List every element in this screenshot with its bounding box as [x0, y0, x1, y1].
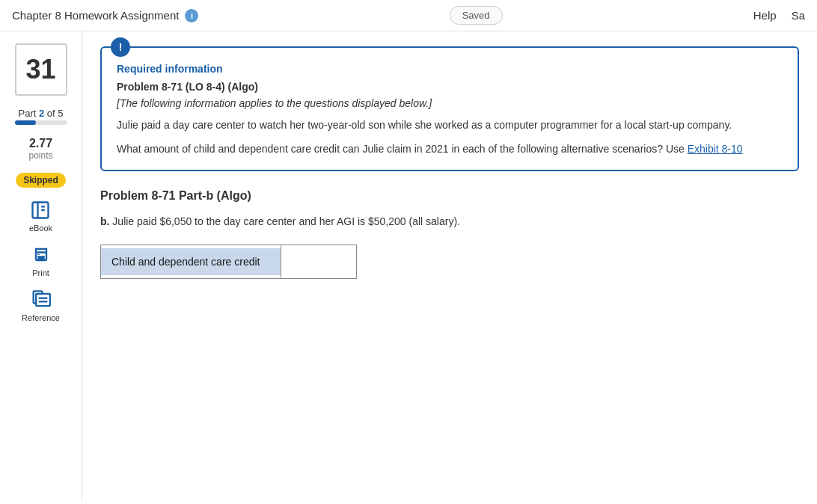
- answer-table: Child and dependent care credit: [100, 245, 357, 279]
- problem-body: Julie paid a day care center to watch he…: [117, 117, 783, 133]
- print-label: Print: [32, 268, 49, 277]
- svg-rect-6: [37, 254, 39, 255]
- points-value: 2.77: [28, 137, 52, 150]
- sidebar: 31 Part 2 of 5 2.77 points Skipped eBook: [0, 31, 82, 502]
- svg-rect-8: [37, 294, 51, 306]
- reference-button[interactable]: Reference: [22, 289, 60, 322]
- problem-question: What amount of child and dependent care …: [117, 141, 783, 157]
- problem-title: Problem 8-71 (LO 8-4) (Algo): [117, 81, 783, 93]
- required-info-label: Required information: [117, 63, 783, 75]
- table-row: Child and dependent care credit: [101, 245, 357, 279]
- answer-row-label: Child and dependent care credit: [101, 248, 281, 275]
- header-center: Saved: [450, 6, 503, 25]
- part-label: Part 2 of 5: [15, 108, 67, 119]
- reference-icon: [30, 289, 51, 310]
- exhibit-link[interactable]: Exhibit 8-10: [688, 143, 743, 155]
- header-left: Chapter 8 Homework Assignment i: [12, 9, 198, 22]
- question-number: 31: [15, 43, 67, 96]
- help-link[interactable]: Help: [753, 9, 777, 22]
- ebook-button[interactable]: eBook: [29, 200, 52, 233]
- info-box: ! Required information Problem 8-71 (LO …: [100, 46, 799, 171]
- progress-bar: [15, 120, 67, 125]
- progress-bar-fill: [15, 120, 36, 125]
- points-label: points: [28, 150, 52, 161]
- part-section-title: Problem 8-71 Part-b (Algo): [100, 189, 799, 203]
- part-info: Part 2 of 5: [15, 108, 67, 125]
- answer-input[interactable]: [281, 245, 356, 278]
- problem-subtitle: [The following information applies to th…: [117, 97, 783, 109]
- reference-label: Reference: [22, 313, 60, 322]
- page-title: Chapter 8 Homework Assignment: [12, 9, 179, 22]
- skipped-badge: Skipped: [16, 173, 66, 188]
- print-icon: [31, 245, 52, 265]
- part-b-text: b. Julie paid $6,050 to the day care cen…: [100, 213, 799, 230]
- svg-rect-0: [33, 203, 49, 218]
- header-right: Help Sa: [753, 9, 805, 22]
- part-b-label: b.: [100, 215, 109, 227]
- ebook-label: eBook: [29, 224, 52, 233]
- print-button[interactable]: Print: [31, 245, 52, 277]
- info-box-icon: !: [111, 37, 130, 57]
- ebook-icon: [30, 200, 51, 221]
- saved-badge: Saved: [450, 6, 503, 25]
- svg-rect-5: [37, 256, 44, 260]
- points-section: 2.77 points: [28, 137, 52, 161]
- main-layout: 31 Part 2 of 5 2.77 points Skipped eBook: [0, 31, 817, 502]
- info-icon[interactable]: i: [185, 9, 198, 22]
- header: Chapter 8 Homework Assignment i Saved He…: [0, 0, 817, 31]
- content-area: ! Required information Problem 8-71 (LO …: [82, 31, 817, 502]
- save-link[interactable]: Sa: [792, 9, 805, 22]
